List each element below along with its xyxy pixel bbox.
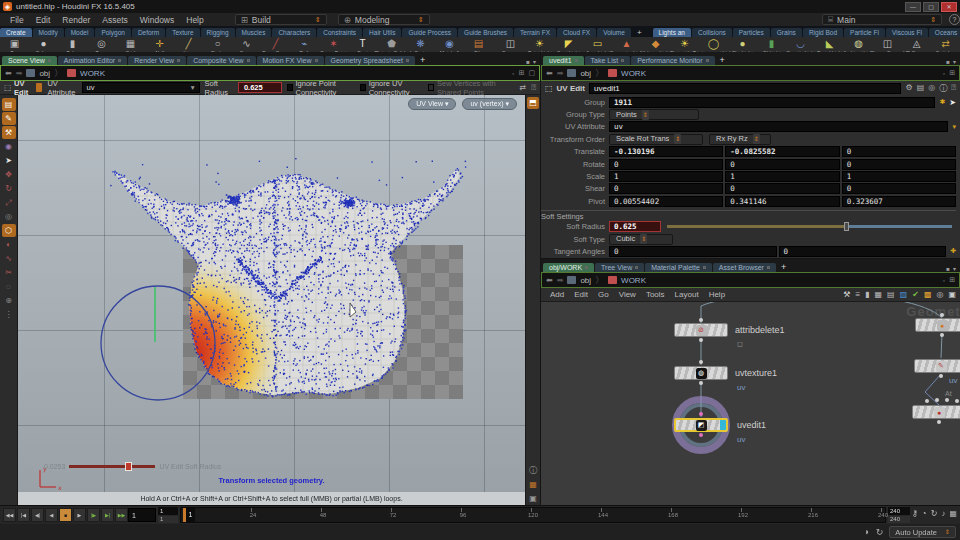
shelf-tab[interactable]: Characters — [272, 28, 316, 37]
viewport-tool-icon[interactable]: ⋮ — [2, 308, 16, 321]
pane-tab[interactable]: Geometry Spreadsheet — [325, 56, 415, 65]
add-pane-tab-button[interactable]: + — [416, 55, 429, 65]
network-menu-item[interactable]: Edit — [569, 290, 593, 299]
path-node[interactable]: WORK — [621, 276, 646, 285]
current-frame-field[interactable]: 1 — [128, 508, 156, 522]
path-node[interactable]: WORK — [621, 69, 646, 78]
back-icon[interactable]: ⬅ — [546, 276, 553, 285]
group-field[interactable]: 1911 — [609, 97, 935, 108]
node-attribdelete1[interactable]: ⊘ — [674, 323, 728, 337]
viewport-tool-icon[interactable]: ∿ — [2, 252, 16, 265]
viewport-tool-icon[interactable]: ↻ — [2, 182, 16, 195]
scale-x-field[interactable]: 1 — [609, 171, 723, 182]
split-icon[interactable]: ⊞ — [519, 69, 525, 77]
audio-icon[interactable]: ♪ — [941, 509, 945, 518]
display-icon[interactable]: ▮ — [865, 290, 869, 299]
uv-viewport-canvas[interactable] — [18, 95, 525, 505]
viewport-tool-icon[interactable]: ⚒ — [2, 126, 16, 139]
shelf-tab[interactable]: Muscles — [236, 28, 272, 37]
pivot-y-field[interactable]: 0.341146 — [725, 196, 839, 207]
rotate-x-field[interactable]: 0 — [609, 159, 723, 170]
rotate-order-dropdown[interactable]: Rx Ry Rz⇕ — [709, 134, 771, 145]
menu-item[interactable]: Edit — [30, 14, 57, 26]
viewport-tool-icon[interactable]: ◉ — [2, 140, 16, 153]
node-label[interactable]: uvedit1 — [737, 420, 766, 430]
transport-button[interactable]: ▶ — [73, 508, 86, 522]
forward-icon[interactable]: ➡ — [16, 69, 23, 78]
translate-y-field[interactable]: -0.0825582 — [725, 146, 839, 157]
scale-y-field[interactable]: 1 — [725, 171, 839, 182]
node-uvedit1[interactable]: ◩ — [674, 418, 728, 432]
snapshot-icon[interactable]: ▣ — [527, 493, 539, 505]
pane-tab[interactable]: Take List — [585, 56, 631, 65]
viewport-tool-icon[interactable]: ⤢ — [2, 196, 16, 209]
pane-tab[interactable]: Scene View — [2, 56, 57, 65]
soft-type-dropdown[interactable]: Cubic⇕ — [609, 234, 673, 245]
pane-square-icon[interactable]: ■ — [946, 266, 950, 272]
info-icon[interactable]: ⓘ — [527, 465, 539, 477]
shelf-tab[interactable]: Constraints — [317, 28, 362, 37]
rotate-z-field[interactable]: 0 — [842, 159, 956, 170]
node-name-field[interactable]: uvedit1 — [589, 83, 901, 94]
path-node[interactable]: WORK — [80, 69, 105, 78]
minimize-button[interactable]: — — [905, 2, 921, 12]
shelf-tab[interactable]: Modify — [33, 28, 64, 37]
node-far-bottom[interactable]: ● — [912, 405, 960, 419]
pane-menu-icon[interactable]: ▾ — [533, 58, 536, 65]
pane-menu-icon[interactable]: ▾ — [953, 265, 956, 272]
path-root[interactable]: obj — [39, 69, 50, 78]
list-icon[interactable]: ▤ — [887, 290, 895, 299]
key-icon[interactable]: ⚷ — [912, 509, 918, 518]
soft-radius-field[interactable]: 0.625 — [238, 82, 282, 93]
search-icon[interactable]: ◎ — [928, 83, 935, 94]
viewport-tool-icon[interactable]: ✥ — [2, 168, 16, 181]
shelf-tab[interactable]: Rigging — [201, 28, 235, 37]
uv-viewport[interactable]: UV View ▾ uv (vertex) ▾ 0.0253 UV Edit S… — [18, 95, 525, 505]
viewport-tool-icon[interactable]: ✎ — [2, 112, 16, 125]
playbar-options-icon[interactable]: ▦ — [949, 509, 957, 518]
shelf-tab[interactable]: Rigid Bod — [803, 28, 843, 37]
network-menu-item[interactable]: Add — [545, 290, 569, 299]
node-uvtexture1[interactable]: ◍ — [674, 366, 728, 380]
slider-track[interactable] — [69, 465, 155, 468]
pane-menu-icon[interactable]: ▾ — [953, 58, 956, 65]
range-start-display[interactable]: 1 — [158, 516, 178, 523]
auto-update-dropdown[interactable]: Auto Update⇕ — [889, 526, 956, 538]
dropdown-triangle-icon[interactable]: ▾ — [952, 123, 956, 131]
loop-icon[interactable]: ↻ — [931, 509, 938, 518]
frame-icon[interactable]: ▣ — [948, 290, 956, 299]
network-menu-item[interactable]: Tools — [641, 290, 670, 299]
back-icon[interactable]: ⬅ — [546, 69, 553, 78]
tab-close-icon[interactable] — [706, 59, 709, 62]
timeline[interactable]: 24487296120144168192216240 1 — [180, 507, 886, 523]
shelf-tab[interactable]: Guide Brushes — [458, 28, 513, 37]
node-label[interactable]: attribdelete1 — [735, 325, 785, 335]
range-start-field[interactable]: 1 — [158, 507, 178, 515]
transport-button[interactable]: ▶▶ — [115, 508, 128, 522]
network-menu-item[interactable]: Help — [704, 290, 730, 299]
shelf-tab[interactable]: Lights an — [653, 28, 691, 37]
tab-close-icon[interactable] — [177, 59, 180, 62]
shelf-tab[interactable]: Polygon — [95, 28, 131, 37]
transport-button[interactable]: ▶| — [101, 508, 114, 522]
transport-button[interactable]: ◀| — [31, 508, 44, 522]
menu-item[interactable]: Render — [56, 14, 96, 26]
soft-radius-field[interactable]: 0.625 — [609, 221, 661, 232]
path-root[interactable]: obj — [580, 276, 591, 285]
pin-icon[interactable]: ◦ — [943, 70, 945, 77]
menu-item[interactable]: Help — [180, 14, 209, 26]
pane-tab[interactable]: Tree View — [595, 263, 644, 272]
zoom-icon[interactable]: ◎ — [936, 290, 943, 299]
shelf-tab[interactable]: Deform — [132, 28, 165, 37]
tab-close-icon[interactable] — [118, 59, 121, 62]
reselect-arrow-icon[interactable]: ➤ — [949, 98, 956, 107]
main-desktop-select[interactable]: ⌸ Main⇕ — [822, 14, 942, 25]
color-palette-icon[interactable]: ▨ — [900, 290, 908, 299]
shelf-tab[interactable]: Terrain FX — [514, 28, 556, 37]
shelf-tab[interactable]: Hair Utils — [363, 28, 401, 37]
state-icon[interactable] — [36, 83, 43, 92]
toolbar-help-icon[interactable]: ⍰ — [531, 83, 536, 93]
layout-grid-icon[interactable]: ▦ — [875, 290, 883, 299]
pane-square-icon[interactable]: ■ — [946, 59, 950, 65]
viewport-tool-icon[interactable]: ⊕ — [2, 294, 16, 307]
